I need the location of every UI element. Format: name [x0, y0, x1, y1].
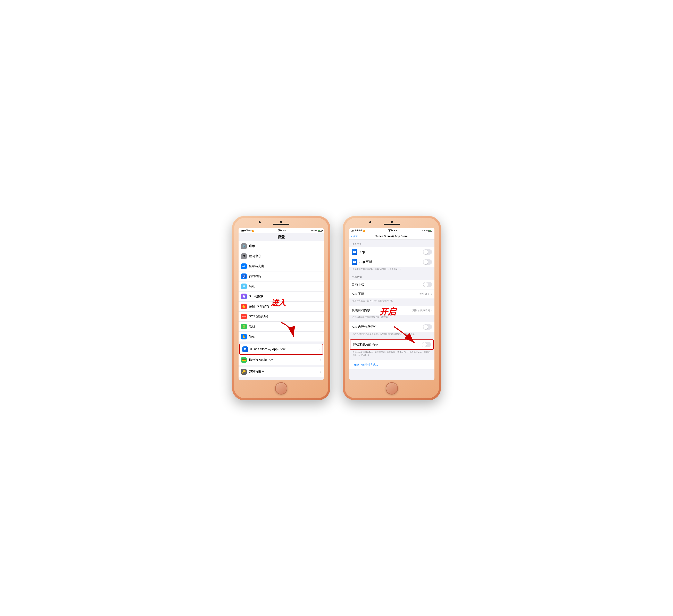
- settings-item-accessibility[interactable]: ♿ 辅助功能 ›: [239, 271, 324, 281]
- settings-item-siri[interactable]: ◉ Siri 与搜索 ›: [239, 292, 324, 302]
- accessibility-arrow: ›: [320, 275, 321, 278]
- general-icon: ⚙️: [241, 243, 247, 249]
- wallpaper-icon: ❁: [241, 284, 247, 289]
- uninstall-toggle[interactable]: [422, 342, 431, 347]
- home-button-1[interactable]: [275, 382, 287, 394]
- learn-more-item[interactable]: 了解数据的管理方式...: [349, 360, 434, 369]
- siri-icon: ◉: [241, 294, 247, 299]
- ratings-footer: 允许 App 询问产品使用反馈，以帮助开发者和其他用户了解您的想法。: [349, 332, 434, 337]
- status-right: ⊙ 32%: [311, 230, 322, 232]
- settings-group-main: ⚙️ 通用 › ⚙ 控制中心 › AA 显示与亮度 ›: [239, 241, 324, 341]
- time-display-2: 下午 5:30: [388, 229, 398, 232]
- app-ratings-toggle[interactable]: [423, 324, 432, 330]
- app-ratings-item[interactable]: App 内评分及评论: [349, 322, 434, 332]
- status-bar-2: 中国移动 📶 下午 5:30 ⊙ 32%: [349, 228, 434, 233]
- control-icon: ⚙: [241, 253, 247, 259]
- uninstall-label: 卸载未使用的 App: [353, 342, 422, 346]
- auto-appupdate-item[interactable]: 🅰 App 更新: [349, 257, 434, 267]
- front-camera: [259, 221, 261, 223]
- cellular-autodownload-item[interactable]: 自动下载: [349, 280, 434, 289]
- cellular-footer: 使用蜂窝数据下载 App 始终需要先请求许可。: [349, 298, 434, 304]
- accessibility-icon: ♿: [241, 274, 247, 279]
- cellular-appdownload-item[interactable]: App 下载 始终询问 ›: [349, 289, 434, 298]
- signal-bar-2-4: [354, 230, 354, 232]
- section-header-cellular: 蜂窝数据: [349, 272, 434, 280]
- itunes-icon: 🅰: [242, 346, 248, 352]
- ratings-group: App 内评分及评论: [349, 322, 434, 332]
- link-group: 了解数据的管理方式...: [349, 360, 434, 369]
- phone-body-1: 中国移动 📶 下午 5:31 ⊙ 32% 设置: [232, 216, 330, 400]
- itunes-settings-list[interactable]: 自动下载 🅰 App 🅰 App 更新 自动下载在其他的: [349, 240, 434, 380]
- settings-item-control[interactable]: ⚙ 控制中心 ›: [239, 251, 324, 261]
- touchid-icon: 👆: [241, 304, 247, 309]
- location-icon: ⊙: [311, 230, 313, 232]
- home-button-2[interactable]: [386, 382, 398, 394]
- page-title-2: iTunes Store 与 App Store: [358, 234, 424, 238]
- accessibility-label: 辅助功能: [249, 274, 320, 278]
- settings-nav: 设置: [239, 233, 324, 241]
- privacy-arrow: ›: [320, 335, 321, 338]
- settings-item-privacy[interactable]: ✋ 隐私 ›: [239, 332, 324, 341]
- sos-label: SOS 紧急联络: [249, 314, 320, 318]
- auto-app-toggle[interactable]: [423, 249, 432, 255]
- display-label: 显示与亮度: [249, 264, 320, 268]
- signal-bar-4: [243, 230, 244, 232]
- privacy-label: 隐私: [249, 335, 320, 338]
- battery-percent-2: 32%: [424, 230, 428, 232]
- settings-item-passwords[interactable]: 🔑 密码与帐户 ›: [239, 367, 324, 377]
- itunes-arrow: ›: [319, 347, 320, 351]
- auto-appupdate-toggle[interactable]: [423, 259, 432, 265]
- settings-item-battery[interactable]: 🔋 电池 ›: [239, 322, 324, 332]
- settings-item-itunes[interactable]: 🅰 iTunes Store 与 App Store ›: [239, 344, 323, 355]
- video-footer: 在 App Store 中自动播放 App 预览视频: [349, 315, 434, 320]
- itunes-nav: ‹ 设置 iTunes Store 与 App Store: [349, 233, 434, 240]
- settings-list[interactable]: ⚙️ 通用 › ⚙ 控制中心 › AA 显示与亮度 ›: [239, 241, 324, 380]
- uninstall-item[interactable]: 卸载未使用的 App: [350, 339, 434, 350]
- control-label: 控制中心: [249, 254, 320, 258]
- video-autoplay-item[interactable]: 视频自动播放 仅限无线局域网 ›: [349, 306, 434, 315]
- app-ratings-label: App 内评分及评论: [352, 325, 423, 329]
- wallet-label: 钱包与 Apple Pay: [249, 358, 320, 362]
- settings-item-wallpaper[interactable]: ❁ 墙纸 ›: [239, 281, 324, 292]
- status-left: 中国移动 📶: [241, 229, 254, 232]
- signal-bar-3: [242, 230, 243, 232]
- settings-item-sos[interactable]: SOS SOS 紧急联络 ›: [239, 312, 324, 322]
- cellular-appdownload-value: 始终询问: [420, 292, 430, 296]
- siri-label: Siri 与搜索: [249, 294, 320, 298]
- cellular-autodownload-toggle[interactable]: [423, 282, 432, 287]
- passwords-label: 密码与帐户: [249, 370, 320, 374]
- cellular-appdownload-arrow: ›: [431, 292, 432, 296]
- front-camera-2: [369, 221, 371, 223]
- passwords-icon: 🔑: [241, 369, 247, 375]
- phone-2: 中国移动 📶 下午 5:30 ⊙ 32% ‹: [343, 216, 441, 400]
- autodownload-footer: 自动下载在其他的设备上新购买的项目（含免费项目）。: [349, 267, 434, 272]
- wallet-icon: 💳: [241, 357, 247, 363]
- location-icon-2: ⊙: [422, 230, 423, 232]
- page-title-1: 设置: [241, 235, 321, 240]
- display-icon: AA: [241, 263, 247, 269]
- phone-inner-2: 中国移动 📶 下午 5:30 ⊙ 32% ‹: [345, 218, 439, 398]
- wallet-arrow: ›: [320, 358, 321, 362]
- settings-item-touchid[interactable]: 👆 触控 ID 与密码 ›: [239, 302, 324, 312]
- touchid-label: 触控 ID 与密码: [249, 304, 320, 308]
- wifi-icon-2: 📶: [363, 230, 365, 232]
- auto-app-item[interactable]: 🅰 App: [349, 247, 434, 257]
- cellular-group: 自动下载 App 下载 始终询问 ›: [349, 280, 434, 298]
- signal-bars: [241, 230, 244, 232]
- battery-icon: [318, 230, 322, 232]
- auto-appupdate-icon: 🅰: [352, 259, 358, 265]
- settings-item-display[interactable]: AA 显示与亮度 ›: [239, 261, 324, 271]
- section-header-autodownload: 自动下载: [349, 240, 434, 247]
- settings-item-wallet[interactable]: 💳 钱包与 Apple Pay ›: [239, 355, 324, 365]
- back-button[interactable]: ‹ 设置: [351, 234, 358, 238]
- phone-screen-2: 中国移动 📶 下午 5:30 ⊙ 32% ‹: [349, 228, 434, 380]
- battery-setting-arrow: ›: [320, 325, 321, 328]
- video-autoplay-label: 视频自动播放: [352, 308, 412, 312]
- learn-more-link[interactable]: 了解数据的管理方式...: [352, 363, 378, 367]
- settings-item-general[interactable]: ⚙️ 通用 ›: [239, 241, 324, 251]
- cellular-appdownload-label: App 下载: [352, 292, 420, 296]
- carrier-name-2: 中国移动: [355, 229, 362, 232]
- status-left-2: 中国移动 📶: [351, 229, 365, 232]
- phone-inner-1: 中国移动 📶 下午 5:31 ⊙ 32% 设置: [234, 218, 328, 398]
- auto-app-label: App: [360, 250, 423, 254]
